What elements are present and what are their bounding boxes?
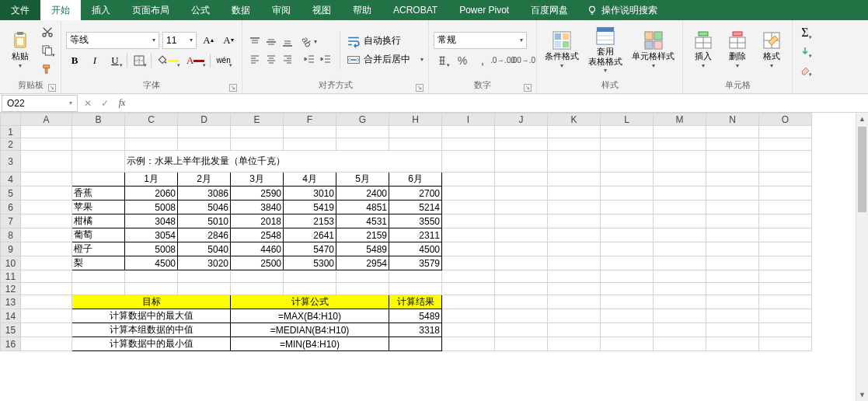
tab-help[interactable]: 帮助 <box>342 0 382 20</box>
cell[interactable]: 5489 <box>336 242 389 256</box>
cell[interactable]: 3318 <box>389 323 442 337</box>
cell[interactable] <box>654 200 706 214</box>
cell[interactable] <box>759 151 812 173</box>
column-header[interactable]: I <box>442 113 495 126</box>
cell[interactable] <box>442 138 495 151</box>
tab-formulas[interactable]: 公式 <box>180 0 221 20</box>
cell[interactable] <box>548 200 601 214</box>
cell[interactable] <box>706 270 759 283</box>
cell[interactable] <box>442 295 495 309</box>
cell[interactable] <box>495 173 548 187</box>
cell[interactable] <box>548 214 601 228</box>
cell[interactable] <box>706 337 759 351</box>
cell[interactable] <box>21 270 72 283</box>
cell[interactable] <box>601 283 654 295</box>
cell[interactable] <box>442 337 495 351</box>
cell[interactable] <box>601 337 654 351</box>
cell[interactable] <box>442 151 495 173</box>
insert-cells-button[interactable]: 插入▾ <box>688 30 719 70</box>
cell[interactable] <box>21 256 72 270</box>
cell[interactable] <box>495 200 548 214</box>
cell[interactable] <box>21 173 72 187</box>
row-header[interactable]: 13 <box>1 295 21 309</box>
cell[interactable]: 计算数据中的最大值 <box>72 309 231 323</box>
cell[interactable] <box>336 270 389 283</box>
cell[interactable] <box>72 126 125 138</box>
decrease-decimal-button[interactable]: .00→.0 <box>514 52 532 69</box>
cell[interactable] <box>601 126 654 138</box>
cell[interactable]: 5008 <box>125 200 178 214</box>
column-header[interactable]: L <box>601 113 654 126</box>
cell[interactable]: 5470 <box>284 242 336 256</box>
cell[interactable] <box>21 337 72 351</box>
cell[interactable] <box>706 151 759 173</box>
cell[interactable] <box>21 187 72 200</box>
cell[interactable] <box>495 187 548 200</box>
cell[interactable] <box>759 126 812 138</box>
cell[interactable] <box>125 283 178 295</box>
autosum-button[interactable]: Σ▾ <box>797 24 813 41</box>
cell[interactable]: 4月 <box>284 173 336 187</box>
cell[interactable]: 2060 <box>125 187 178 200</box>
cell[interactable] <box>706 187 759 200</box>
cell[interactable] <box>21 295 72 309</box>
cell[interactable] <box>654 187 706 200</box>
cell[interactable] <box>125 138 178 151</box>
cell[interactable] <box>21 214 72 228</box>
delete-cells-button[interactable]: 删除▾ <box>722 30 753 70</box>
cell[interactable] <box>231 283 284 295</box>
cell[interactable]: 5040 <box>178 242 231 256</box>
cell[interactable] <box>21 138 72 151</box>
cell[interactable] <box>442 270 495 283</box>
cell[interactable]: 2641 <box>284 228 336 242</box>
border-button[interactable]: ▾ <box>131 52 148 69</box>
cell[interactable]: 4851 <box>336 200 389 214</box>
cell[interactable] <box>759 173 812 187</box>
cell[interactable] <box>654 173 706 187</box>
cell[interactable] <box>654 126 706 138</box>
cell[interactable] <box>389 270 442 283</box>
cell[interactable] <box>706 242 759 256</box>
cell[interactable] <box>548 228 601 242</box>
comma-button[interactable]: , <box>474 52 491 69</box>
cancel-formula-button[interactable]: ✕ <box>79 95 96 112</box>
cell[interactable]: 5008 <box>125 242 178 256</box>
row-header[interactable]: 8 <box>1 228 21 242</box>
tab-baidu-netdisk[interactable]: 百度网盘 <box>520 0 579 20</box>
cell[interactable] <box>706 138 759 151</box>
scroll-up-button[interactable]: ▲ <box>856 113 868 125</box>
cell[interactable]: 5300 <box>284 256 336 270</box>
cell[interactable] <box>21 323 72 337</box>
font-color-button[interactable]: A▾ <box>184 52 207 69</box>
row-header[interactable]: 6 <box>1 200 21 214</box>
conditional-formatting-button[interactable]: 条件格式▾ <box>542 30 582 70</box>
cell[interactable] <box>759 138 812 151</box>
cell[interactable]: =MIN(B4:H10) <box>231 337 389 351</box>
decrease-indent-button[interactable] <box>302 51 317 67</box>
clipboard-launcher[interactable]: ↘ <box>48 84 56 92</box>
cell[interactable] <box>654 228 706 242</box>
column-header[interactable]: H <box>389 113 442 126</box>
cell[interactable]: 葡萄 <box>72 228 125 242</box>
row-header[interactable]: 12 <box>1 283 21 295</box>
column-header[interactable]: B <box>72 113 125 126</box>
cell[interactable] <box>654 337 706 351</box>
column-header[interactable]: N <box>706 113 759 126</box>
cell[interactable]: 2846 <box>178 228 231 242</box>
cell[interactable]: 苹果 <box>72 200 125 214</box>
row-header[interactable]: 2 <box>1 138 21 151</box>
cell[interactable] <box>759 187 812 200</box>
cell[interactable] <box>495 228 548 242</box>
cell[interactable]: 示例：水果上半年批发量（单位千克） <box>125 151 442 173</box>
cell[interactable] <box>21 151 72 173</box>
fill-color-button[interactable]: ▾ <box>155 52 181 69</box>
align-center-button[interactable] <box>263 51 279 67</box>
cell[interactable]: 2018 <box>231 214 284 228</box>
font-size-combo[interactable]: 11▾ <box>162 32 197 49</box>
cell[interactable] <box>495 295 548 309</box>
format-as-table-button[interactable]: 套用 表格格式▾ <box>585 25 626 75</box>
cell[interactable] <box>336 126 389 138</box>
cell[interactable] <box>601 228 654 242</box>
tab-page-layout[interactable]: 页面布局 <box>121 0 180 20</box>
column-header[interactable]: A <box>21 113 72 126</box>
